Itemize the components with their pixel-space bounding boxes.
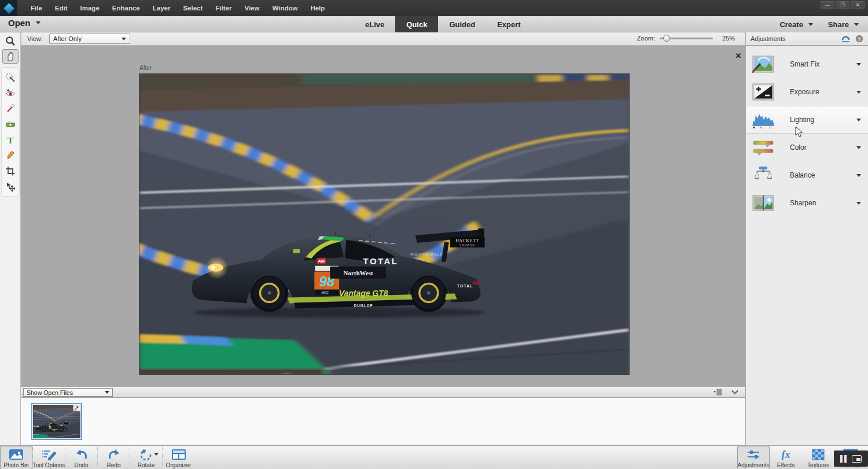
adjustments-button[interactable]: Adjustments	[737, 446, 770, 469]
help-icon[interactable]: ?	[855, 35, 863, 43]
adjustment-label: Exposure	[790, 88, 856, 96]
chevron-down-icon[interactable]	[154, 453, 159, 456]
chevron-down-icon	[122, 38, 126, 40]
menu-item-layer[interactable]: Layer	[146, 1, 177, 16]
photo-thumbnail[interactable]	[31, 403, 82, 440]
level-icon	[5, 119, 16, 130]
taskbar: Photo Bin Tool Options Undo Redo	[0, 445, 868, 469]
show-open-files-select[interactable]: Show Open Files	[23, 388, 113, 397]
menu-item-edit[interactable]: Edit	[49, 1, 74, 16]
quick-selection-icon	[5, 72, 16, 83]
menu-item-help[interactable]: Help	[304, 1, 331, 16]
tab-quick[interactable]: Quick	[395, 16, 438, 32]
share-label: Share	[828, 20, 849, 29]
chevron-down-icon[interactable]	[856, 119, 861, 121]
open-label: Open	[8, 18, 30, 28]
taskbar-label: Rotate	[138, 462, 155, 468]
zoom-slider-handle[interactable]	[663, 35, 670, 42]
tool-options-icon	[42, 448, 57, 461]
sharpen-icon	[752, 193, 775, 213]
hand-tool-button[interactable]	[2, 49, 19, 64]
share-button[interactable]: Share	[828, 20, 859, 29]
chevron-down-icon[interactable]	[856, 91, 861, 94]
adjustment-smart-fix[interactable]: Smart Fix	[746, 50, 868, 78]
zoom-tool-button[interactable]	[2, 34, 19, 48]
tab-expert[interactable]: Expert	[486, 16, 531, 32]
organizer-button[interactable]: Organizer	[162, 446, 194, 469]
effects-button[interactable]: fx Effects	[770, 446, 802, 469]
photo-document[interactable]	[139, 73, 630, 375]
restore-button[interactable]: ❐	[836, 1, 849, 9]
taskbar-label: Textures	[807, 462, 829, 468]
adjustments-sliders-icon	[746, 448, 761, 461]
panel-menu-icon[interactable]	[713, 389, 722, 396]
whiten-teeth-tool-button[interactable]	[2, 101, 19, 116]
photo-bin	[21, 398, 745, 445]
tab-elive[interactable]: eLive	[354, 16, 395, 32]
taskbar-label: Organizer	[166, 462, 192, 468]
move-tool-button[interactable]	[2, 179, 19, 194]
taskbar-label: Photo Bin	[3, 462, 28, 468]
view-mode-select[interactable]: After Only	[49, 34, 130, 44]
taskbar-label: Undo	[75, 462, 89, 468]
chevron-down-icon[interactable]	[856, 174, 861, 177]
close-document-icon[interactable]: ✕	[734, 51, 743, 60]
tool-column: T	[0, 32, 21, 445]
color-icon	[752, 138, 775, 157]
magnifier-icon	[5, 36, 16, 46]
minimize-button[interactable]: —	[821, 1, 834, 9]
tab-guided[interactable]: Guided	[438, 16, 486, 32]
svg-text:?: ?	[858, 36, 861, 42]
crop-tool-button[interactable]	[2, 164, 19, 178]
undo-icon	[75, 448, 89, 461]
adjustment-exposure[interactable]: Exposure	[746, 78, 868, 106]
taskbar-label: Effects	[777, 462, 795, 468]
menu-item-file[interactable]: File	[24, 1, 49, 16]
create-label: Create	[779, 20, 803, 29]
mouse-cursor	[795, 126, 803, 138]
menu-item-window[interactable]: Window	[266, 1, 304, 16]
adjustment-lighting[interactable]: Lighting	[746, 106, 868, 134]
reset-panel-icon[interactable]	[841, 35, 851, 43]
toothbrush-icon	[5, 104, 16, 114]
textures-button[interactable]: Textures	[802, 446, 834, 469]
menu-item-image[interactable]: Image	[74, 1, 106, 16]
open-button[interactable]: Open	[8, 18, 41, 28]
menu-bar: File Edit Image Enhance Layer Select Fil…	[0, 0, 868, 16]
type-tool-button[interactable]: T	[2, 132, 19, 147]
chevron-down-icon	[36, 21, 41, 24]
redo-button[interactable]: Redo	[97, 446, 130, 469]
taskbar-label: Redo	[107, 462, 121, 468]
create-button[interactable]: Create	[779, 20, 812, 29]
lighting-icon	[752, 110, 775, 130]
tool-options-button[interactable]: Tool Options	[32, 446, 65, 469]
red-eye-removal-tool-button[interactable]	[2, 86, 19, 100]
chevron-down-icon[interactable]	[856, 202, 861, 205]
menu-item-enhance[interactable]: Enhance	[106, 1, 146, 16]
canvas-area: After ✕	[21, 46, 745, 386]
quick-selection-tool-button[interactable]	[2, 70, 19, 84]
collapse-chevron-icon[interactable]	[731, 390, 738, 394]
zoom-slider[interactable]	[660, 38, 713, 39]
chevron-down-icon[interactable]	[856, 146, 861, 149]
photo-bin-button[interactable]: Photo Bin	[0, 446, 32, 469]
menu-item-view[interactable]: View	[238, 1, 266, 16]
straighten-tool-button[interactable]	[2, 117, 19, 131]
rotate-button[interactable]: Rotate	[130, 446, 162, 469]
pause-icon[interactable]	[840, 455, 847, 463]
close-button[interactable]: ✕	[851, 1, 865, 9]
zoom-label: Zoom:	[637, 35, 655, 42]
move-icon	[5, 182, 16, 192]
photoshop-elements-window: AM 98 WEC TOTAL NorthWest RICHARD MILLE …	[0, 0, 868, 469]
organizer-icon	[171, 448, 186, 461]
chevron-down-icon[interactable]	[856, 63, 861, 66]
picture-in-picture-icon[interactable]	[852, 455, 862, 463]
adjustment-balance[interactable]: Balance	[746, 161, 868, 189]
menu-item-select[interactable]: Select	[176, 1, 209, 16]
menu-item-filter[interactable]: Filter	[209, 1, 238, 16]
undo-button[interactable]: Undo	[65, 446, 97, 469]
exposure-icon	[752, 82, 775, 102]
spot-healing-brush-tool-button[interactable]	[2, 148, 19, 163]
adjustment-sharpen[interactable]: Sharpen	[746, 189, 868, 217]
adjustment-color[interactable]: Color	[746, 134, 868, 161]
